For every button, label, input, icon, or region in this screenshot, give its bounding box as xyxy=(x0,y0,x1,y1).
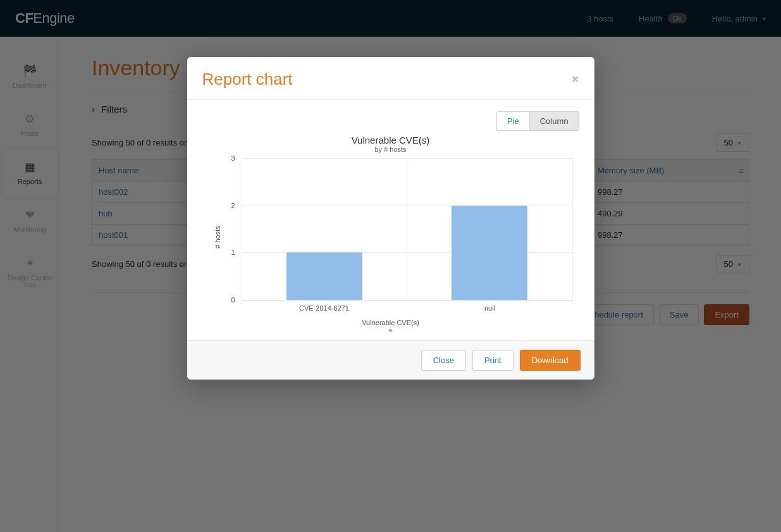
chart-area: # hosts 0123 CVE-2014-6271null xyxy=(228,158,573,316)
tab-column[interactable]: Column xyxy=(529,112,579,130)
chart-type-toggle: Pie Column xyxy=(496,111,579,131)
x-tick: CVE-2014-6271 xyxy=(242,300,407,316)
chart-bar[interactable] xyxy=(452,206,527,300)
y-tick: 2 xyxy=(231,202,235,209)
y-tick: 3 xyxy=(231,154,235,162)
close-icon[interactable]: × xyxy=(572,72,579,87)
modal-close-button[interactable]: Close xyxy=(421,350,466,371)
chart-bar[interactable] xyxy=(286,252,362,300)
report-chart-modal: Report chart × Pie Column Vulnerable CVE… xyxy=(187,57,594,380)
x-tick: null xyxy=(407,300,573,316)
chart-menu-icon[interactable]: ≡ xyxy=(202,326,579,334)
modal-download-button[interactable]: Download xyxy=(520,350,581,371)
modal-print-button[interactable]: Print xyxy=(472,350,513,371)
x-axis-label: Vulnerable CVE(s) xyxy=(202,319,579,326)
modal-title: Report chart xyxy=(202,70,293,89)
tab-pie[interactable]: Pie xyxy=(497,112,529,130)
chart-subtitle: by # hosts xyxy=(202,145,579,153)
chart-title: Vulnerable CVE(s) xyxy=(202,135,579,145)
y-tick: 0 xyxy=(231,296,235,304)
y-tick: 1 xyxy=(231,249,235,256)
y-axis-label: # hosts xyxy=(213,226,221,248)
